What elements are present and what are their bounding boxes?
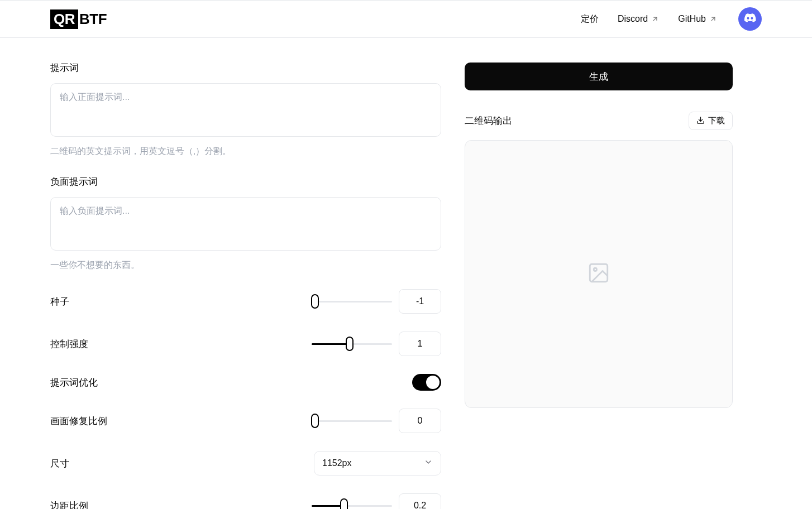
- padding-ratio-label: 边距比例: [50, 500, 88, 510]
- discord-button[interactable]: [738, 7, 762, 31]
- slider-thumb[interactable]: [346, 337, 354, 351]
- field-seed: 种子 -1: [50, 289, 441, 314]
- field-restoration-rate: 画面修复比例 0: [50, 409, 441, 433]
- padding-ratio-slider[interactable]: [312, 499, 392, 509]
- control-strength-label: 控制强度: [50, 338, 88, 350]
- negative-prompt-helper: 一些你不想要的东西。: [50, 260, 441, 271]
- negative-prompt-input[interactable]: [50, 197, 441, 251]
- prompt-tuning-label: 提示词优化: [50, 376, 98, 389]
- parameters-panel: 提示词 二维码的英文提示词，用英文逗号（,）分割。 负面提示词 一些你不想要的东…: [50, 38, 441, 509]
- slider-thumb[interactable]: [311, 294, 319, 309]
- padding-ratio-value[interactable]: 0.2: [399, 493, 441, 509]
- output-preview: [465, 140, 733, 408]
- nav-github[interactable]: GitHub: [678, 14, 717, 24]
- output-panel: 生成 二维码输出 下载: [465, 38, 733, 408]
- discord-icon: [744, 13, 756, 25]
- control-strength-slider[interactable]: [312, 337, 392, 350]
- prompt-helper: 二维码的英文提示词，用英文逗号（,）分割。: [50, 146, 441, 157]
- field-control-strength: 控制强度 1: [50, 332, 441, 356]
- generate-button[interactable]: 生成: [465, 63, 733, 90]
- chevron-down-icon: [424, 458, 433, 469]
- nav-discord[interactable]: Discord: [618, 14, 659, 24]
- slider-thumb[interactable]: [311, 414, 319, 428]
- svg-point-2: [594, 268, 596, 271]
- size-value: 1152px: [322, 458, 352, 468]
- logo[interactable]: QRBTF: [50, 9, 107, 29]
- seed-value[interactable]: -1: [399, 289, 441, 314]
- prompt-input[interactable]: [50, 83, 441, 137]
- logo-qr: QR: [50, 9, 78, 29]
- restoration-rate-label: 画面修复比例: [50, 415, 107, 428]
- download-button[interactable]: 下载: [689, 112, 733, 130]
- output-title: 二维码输出: [465, 114, 512, 127]
- external-link-icon: [709, 15, 717, 23]
- field-prompt-tuning: 提示词优化: [50, 374, 441, 391]
- prompt-tuning-toggle[interactable]: [412, 374, 441, 391]
- nav: 定价 Discord GitHub: [581, 7, 762, 31]
- size-select[interactable]: 1152px: [314, 451, 441, 476]
- control-strength-value[interactable]: 1: [399, 332, 441, 356]
- nav-pricing[interactable]: 定价: [581, 13, 599, 25]
- external-link-icon: [651, 15, 659, 23]
- seed-label: 种子: [50, 295, 69, 308]
- size-label: 尺寸: [50, 457, 69, 470]
- header: QRBTF 定价 Discord GitHub: [0, 0, 812, 38]
- logo-btf: BTF: [79, 11, 107, 28]
- field-prompt: 提示词 二维码的英文提示词，用英文逗号（,）分割。: [50, 61, 441, 157]
- field-negative-prompt: 负面提示词 一些你不想要的东西。: [50, 175, 441, 271]
- restoration-rate-slider[interactable]: [312, 414, 392, 428]
- download-icon: [696, 116, 705, 126]
- negative-prompt-label: 负面提示词: [50, 175, 441, 188]
- prompt-label: 提示词: [50, 61, 441, 74]
- field-size: 尺寸 1152px: [50, 451, 441, 476]
- seed-slider[interactable]: [312, 295, 392, 308]
- slider-thumb[interactable]: [340, 498, 348, 509]
- field-padding-ratio: 边距比例 0.2: [50, 493, 441, 509]
- output-header: 二维码输出 下载: [465, 112, 733, 130]
- restoration-rate-value[interactable]: 0: [399, 409, 441, 433]
- image-placeholder-icon: [584, 261, 613, 287]
